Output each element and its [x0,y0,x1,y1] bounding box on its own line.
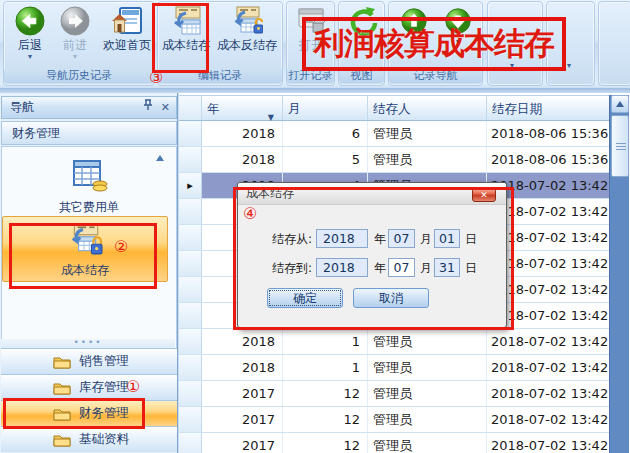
scroll-up-arrow-icon [616,101,624,107]
cell-year: 2017 [202,407,283,432]
cell-date: 2018-07-02 13:42... [487,407,609,432]
scrollbar-thumb[interactable] [611,115,629,177]
forward-caret-icon: ▾ [54,53,96,61]
row-selector-cell[interactable] [179,381,202,406]
sidebar-group-inventory[interactable]: 库存管理 [1,374,177,400]
sidebar-group-label: 销售管理 [79,353,129,370]
row-selector-cell[interactable] [179,303,202,328]
table-row[interactable]: 2018 1 管理员 2018-07-02 13:42... [179,355,609,381]
sidebar-titlebar: 导航 ✕ [1,96,177,119]
header-label-person: 结存人 [373,101,411,116]
home-icon [98,4,156,38]
folder-icon [53,381,71,395]
cost-unclose-button[interactable]: 成本反结存 [213,4,281,53]
pin-icon[interactable] [143,97,153,118]
cell-person: 管理员 [368,147,487,172]
table-row[interactable]: 2017 12 管理员 2018-07-02 13:42... [179,433,609,453]
cell-month: 5 [283,147,368,172]
scrollbar-up-button[interactable] [611,95,629,113]
thumb-grip [616,143,626,151]
cell-month: 1 [283,329,368,354]
home-button[interactable]: 欢迎首页 [98,4,156,53]
table-row[interactable]: 2017 12 管理员 2018-07-02 13:42... [179,381,609,407]
annotation-step-2: ② [114,239,128,255]
grid-header-date[interactable]: 结存日期 [487,96,609,120]
cell-date: 2018-08-06 15:36... [487,121,609,146]
row-selector-cell[interactable] [179,355,202,380]
cell-date: 2018-07-02 13:42... [487,355,609,380]
annotation-box-sidebar-group [3,398,145,429]
cell-person: 管理员 [368,381,487,406]
cell-year: 2018 [202,329,283,354]
cell-month: 12 [283,433,368,453]
grid-header-person[interactable]: 结存人 [368,96,487,120]
back-icon [9,4,51,38]
row-selector-cell[interactable] [179,407,202,432]
cell-date: 2018-07-02 13:42... [487,381,609,406]
home-label: 欢迎首页 [98,38,156,53]
cell-date: 2018-07-02 13:42... [487,329,609,354]
header-label-year: 年 [207,101,220,116]
cell-month: 12 [283,407,368,432]
row-selector-cell[interactable] [179,329,202,354]
cell-year: 2017 [202,381,283,406]
cost-unclose-label: 成本反结存 [213,38,281,53]
cell-year: 2018 [202,147,283,172]
header-label-date: 结存日期 [492,101,542,116]
cell-person: 管理员 [368,433,487,453]
sidebar-title: 导航 [10,100,34,114]
row-selector-cell[interactable] [179,147,202,172]
back-caret-icon[interactable]: ▾ [9,53,51,61]
sidebar-group-label: 库存管理 [79,379,129,396]
forward-label: 前进 [54,38,96,53]
sidebar-item-other-expense[interactable]: 其它费用单 [2,159,176,216]
back-label: 后退 [9,38,51,53]
row-selector-cell[interactable] [179,121,202,146]
row-selector-cell[interactable] [179,277,202,302]
cell-person: 管理员 [368,407,487,432]
table-row[interactable]: 2018 5 管理员 2018-08-06 15:36... [179,147,609,173]
row-selector-cell[interactable] [179,225,202,250]
group-label-view: 视图 [339,69,384,83]
annotation-box-dialog [233,187,514,330]
cell-year: 2018 [202,355,283,380]
row-selector-cell[interactable] [179,251,202,276]
group-label-record-nav: 记录导航 [389,69,482,83]
annotation-box-ribbon-button [152,3,209,73]
cell-person: 管理员 [368,121,487,146]
sidebar-splitter[interactable]: •••• [1,339,175,348]
grid-header-row: 年 ▼ 月 结存人 结存日期 [179,95,609,121]
sidebar-group-label: 基础资料 [79,431,129,448]
sidebar-panel-header[interactable]: 财务管理 [1,121,177,145]
forward-button: 前进 ▾ [54,4,96,61]
group-label-open: 打开记录 [287,69,334,83]
annotation-step-4: ④ [243,206,257,222]
row-selector-cell[interactable] [179,199,202,224]
table-row[interactable]: 2017 12 管理员 2018-07-02 13:42... [179,407,609,433]
sidebar-group-sales[interactable]: 销售管理 [1,348,177,374]
expense-sheet-icon [70,159,108,193]
cell-month: 1 [283,355,368,380]
annotation-step-3: ③ [149,70,163,86]
sidebar-group-basics[interactable]: 基础资料 [1,426,177,452]
cell-person: 管理员 [368,355,487,380]
annotation-callout: 利润核算成本结存 [302,17,566,71]
forward-icon [54,4,96,38]
row-selector-cell[interactable]: ▸ [179,173,202,198]
table-row[interactable]: 2018 6 管理员 2018-08-06 15:36... [179,121,609,147]
app-window: 后退 ▾ 前进 ▾ [0,0,630,453]
grid-header-selector [179,96,202,120]
vertical-scrollbar[interactable] [609,95,629,453]
ribbon-group-nav-history: 后退 ▾ 前进 ▾ [3,1,155,86]
folder-icon [53,433,71,447]
cell-month: 6 [283,121,368,146]
cell-date: 2018-08-06 15:36... [487,147,609,172]
grid-header-year[interactable]: 年 ▼ [202,96,283,120]
extra-caret-icon-2[interactable]: ▾ [567,62,571,70]
sidebar-close-icon[interactable]: ✕ [161,97,170,118]
row-selector-cell[interactable] [179,433,202,453]
back-button[interactable]: 后退 ▾ [9,4,51,61]
ribbon-group-extra-3 [598,1,630,86]
table-row[interactable]: 2018 1 管理员 2018-07-02 13:42... [179,329,609,355]
grid-header-month[interactable]: 月 [283,96,368,120]
